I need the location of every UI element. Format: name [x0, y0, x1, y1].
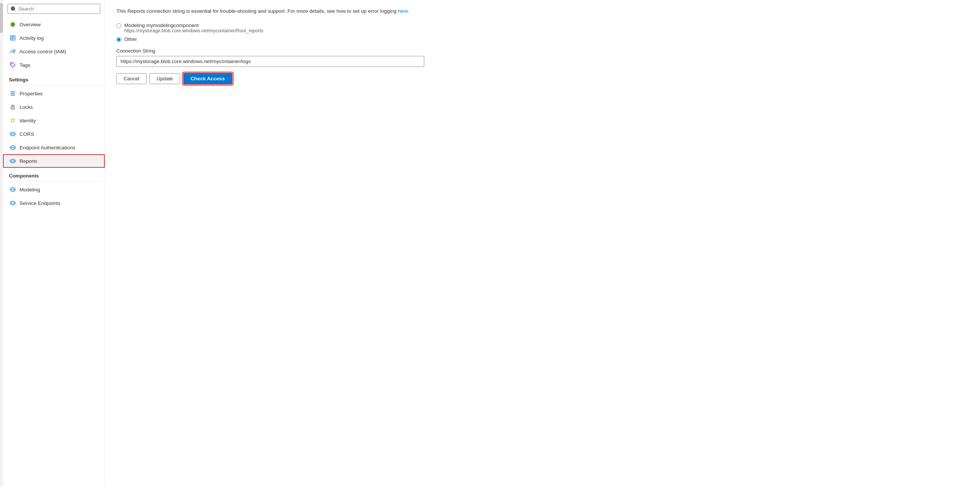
radio-other[interactable] — [116, 37, 121, 42]
sidebar-item-label: Tags — [19, 62, 30, 68]
properties-icon — [10, 91, 16, 97]
check-access-button[interactable]: Check Access — [183, 73, 232, 84]
cancel-button[interactable]: Cancel — [116, 73, 146, 84]
svg-point-6 — [14, 49, 15, 51]
svg-point-5 — [11, 49, 13, 51]
service-endpoints-icon — [10, 200, 16, 206]
reports-icon — [10, 158, 16, 164]
sidebar-item-cors[interactable]: CORS — [3, 127, 105, 141]
search-box[interactable] — [8, 4, 100, 14]
sidebar-item-label: Overview — [19, 22, 41, 27]
sidebar-item-label: Endpoint Authentications — [19, 145, 75, 151]
radio-modeling[interactable] — [116, 23, 121, 28]
search-icon — [11, 6, 16, 12]
radio-item-other[interactable]: Other — [116, 37, 969, 42]
radio-other-label: Other — [124, 37, 137, 42]
radio-modeling-sublabel: https://mystorage.blob.core.windows.net/… — [124, 28, 263, 33]
identity-icon — [10, 118, 16, 124]
sidebar-item-activity-log[interactable]: Activity log — [3, 31, 105, 44]
search-input[interactable] — [18, 6, 97, 12]
sidebar-item-service-endpoints[interactable]: Service Endpoints — [3, 196, 105, 210]
svg-rect-8 — [11, 92, 15, 92]
access-control-icon — [10, 48, 16, 54]
settings-section-label: Settings — [3, 71, 105, 85]
main-content: This Reports connection string is essent… — [105, 0, 980, 486]
info-link[interactable]: here. — [398, 8, 410, 14]
sidebar-item-locks[interactable]: Locks — [3, 100, 105, 114]
sidebar-item-label: Service Endpoints — [19, 200, 60, 206]
sidebar-item-label: Access control (IAM) — [19, 49, 67, 54]
button-row: Cancel Update Check Access — [116, 73, 969, 84]
locks-icon — [10, 104, 16, 110]
info-text: This Reports connection string is essent… — [116, 8, 969, 15]
update-button[interactable]: Update — [150, 73, 180, 84]
sidebar-item-label: Properties — [19, 91, 43, 97]
activity-log-icon — [10, 35, 16, 41]
info-text-content: This Reports connection string is essent… — [116, 8, 396, 14]
sidebar-scrollbar-track[interactable] — [0, 0, 3, 486]
sidebar-item-overview[interactable]: Overview — [3, 17, 105, 31]
svg-rect-9 — [11, 93, 15, 94]
components-section-label: Components — [3, 168, 105, 181]
radio-group: Modeling mymodelingcomponent https://mys… — [116, 22, 969, 42]
svg-point-12 — [13, 107, 14, 108]
overview-icon — [10, 21, 16, 27]
connection-string-label: Connection String — [116, 48, 969, 54]
connection-string-input[interactable] — [116, 56, 424, 67]
tags-icon — [10, 62, 16, 68]
sidebar-item-tags[interactable]: Tags — [3, 58, 105, 71]
svg-point-7 — [11, 64, 13, 65]
sidebar-item-endpoint-auth[interactable]: Endpoint Authentications — [3, 141, 105, 154]
sidebar-item-label: Locks — [19, 104, 33, 110]
modeling-icon — [10, 186, 16, 192]
sidebar-item-identity[interactable]: Identity — [3, 114, 105, 127]
sidebar-item-label: Reports — [19, 158, 37, 164]
svg-rect-10 — [11, 95, 15, 96]
sidebar-item-modeling[interactable]: Modeling — [3, 183, 105, 196]
radio-modeling-label: Modeling mymodelingcomponent — [124, 22, 263, 28]
sidebar-inner: Overview Activity log Access control (IA… — [3, 0, 105, 486]
sidebar-item-reports[interactable]: Reports — [3, 154, 105, 168]
sidebar-item-label: Activity log — [19, 35, 44, 41]
sidebar-item-access-control[interactable]: Access control (IAM) — [3, 44, 105, 58]
sidebar-scrollbar-thumb[interactable] — [0, 3, 3, 33]
sidebar-item-label: CORS — [19, 131, 34, 137]
cors-icon — [10, 131, 16, 137]
sidebar-item-properties[interactable]: Properties — [3, 87, 105, 100]
radio-modeling-labels: Modeling mymodelingcomponent https://mys… — [124, 22, 263, 33]
radio-item-modeling[interactable]: Modeling mymodelingcomponent https://mys… — [116, 22, 969, 33]
sidebar-item-label: Modeling — [19, 187, 40, 192]
endpoint-auth-icon — [10, 145, 16, 151]
sidebar-item-label: Identity — [19, 118, 36, 124]
sidebar: Overview Activity log Access control (IA… — [0, 0, 105, 486]
